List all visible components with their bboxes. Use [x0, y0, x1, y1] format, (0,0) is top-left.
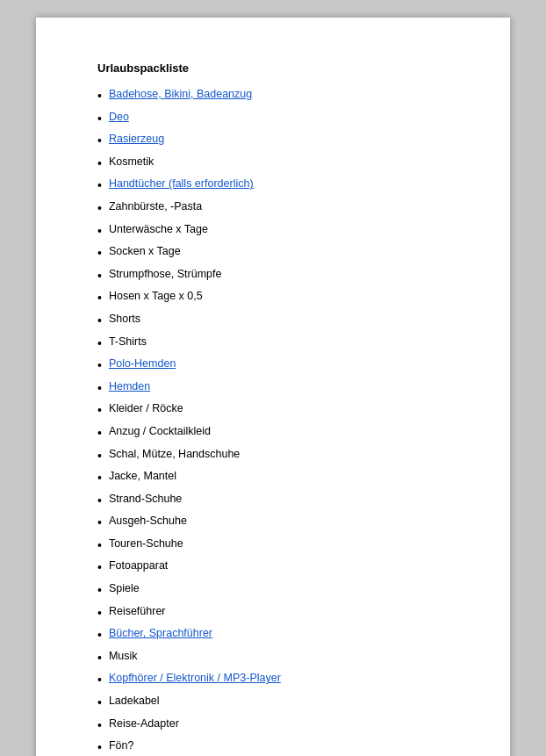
item-text: Reiseführer [109, 604, 166, 620]
bullet-icon: • [97, 493, 102, 510]
page-title: Urlaubspackliste [97, 61, 457, 75]
item-text: Hemden [109, 379, 150, 395]
list-item: •Hosen x Tage x 0,5 [97, 289, 457, 307]
bullet-icon: • [97, 133, 102, 150]
item-text: Ausgeh-Schuhe [109, 514, 187, 529]
bullet-icon: • [97, 357, 102, 375]
bullet-icon: • [97, 425, 102, 443]
list-item: •Anzug / Cocktailkleid [97, 424, 457, 443]
item-text: Zahnbürste, -Pasta [109, 199, 202, 215]
bullet-icon: • [97, 223, 102, 241]
item-text: Polo-Hemden [109, 356, 176, 372]
bullet-icon: • [97, 717, 102, 735]
item-text: Touren-Schuhe [109, 536, 183, 552]
bullet-icon: • [97, 155, 102, 173]
bullet-icon: • [97, 245, 102, 263]
bullet-icon: • [97, 402, 102, 420]
list-item: •Reiseführer [97, 604, 457, 623]
item-text: Hosen x Tage x 0,5 [109, 289, 203, 305]
list-item: •Kopfhörer / Elektronik / MP3-Player [97, 671, 457, 689]
bullet-icon: • [97, 515, 102, 532]
item-text: Reise-Adapter [109, 716, 179, 732]
item-text: Handtücher (falls erforderlich) [109, 176, 254, 192]
packing-list: •Badehose, Bikini, Badeanzug•Deo•Rasierz… [97, 87, 457, 756]
bullet-icon: • [97, 290, 102, 307]
list-item: •Hemden [97, 379, 457, 398]
bullet-icon: • [97, 380, 102, 398]
list-item: •T-Shirts [97, 335, 457, 353]
item-text: Schal, Mütze, Handschuhe [109, 447, 240, 463]
item-text: Socken x Tage [109, 244, 181, 260]
list-item: •Unterwäsche x Tage [97, 222, 457, 241]
item-text: Rasierzeug [109, 132, 164, 148]
list-item: •Reise-Adapter [97, 716, 457, 735]
list-item: •Strand-Schuhe [97, 492, 457, 510]
item-text: T-Shirts [109, 335, 147, 350]
list-item: •Kleider / Röcke [97, 401, 457, 420]
list-item: •Ladekabel [97, 694, 457, 712]
list-item: •Handtücher (falls erforderlich) [97, 176, 457, 195]
list-item: •Zahnbürste, -Pasta [97, 199, 457, 218]
bullet-icon: • [97, 88, 102, 105]
item-text: Unterwäsche x Tage [109, 222, 208, 238]
list-item: •Spiele [97, 581, 457, 600]
list-item: •Musik [97, 649, 457, 667]
bullet-icon: • [97, 695, 102, 712]
item-text: Bücher, Sprachführer [109, 626, 212, 642]
bullet-icon: • [97, 559, 102, 577]
list-item: •Strumpfhose, Strümpfe [97, 267, 457, 285]
item-text: Deo [109, 110, 129, 126]
list-item: •Deo [97, 110, 457, 128]
document-page: Urlaubspackliste •Badehose, Bikini, Bade… [36, 18, 510, 756]
bullet-icon: • [97, 111, 102, 128]
item-text: Anzug / Cocktailkleid [109, 424, 211, 440]
item-text: Jacke, Mantel [109, 469, 176, 485]
bullet-icon: • [97, 470, 102, 487]
bullet-icon: • [97, 627, 102, 644]
bullet-icon: • [97, 313, 102, 330]
list-item: •Touren-Schuhe [97, 536, 457, 555]
list-item: •Kosmetik [97, 155, 457, 173]
item-text: Kopfhörer / Elektronik / MP3-Player [109, 671, 281, 687]
bullet-icon: • [97, 739, 102, 756]
list-item: •Ausgeh-Schuhe [97, 514, 457, 532]
item-text: Spiele [109, 581, 140, 597]
list-item: •Socken x Tage [97, 244, 457, 263]
bullet-icon: • [97, 268, 102, 285]
bullet-icon: • [97, 537, 102, 555]
bullet-icon: • [97, 448, 102, 465]
list-item: •Fön? [97, 738, 457, 756]
item-text: Ladekabel [109, 694, 160, 709]
list-item: •Schal, Mütze, Handschuhe [97, 447, 457, 465]
item-text: Fotoapparat [109, 558, 168, 574]
item-text: Musik [109, 649, 138, 665]
bullet-icon: • [97, 605, 102, 623]
item-text: Strand-Schuhe [109, 492, 182, 508]
bullet-icon: • [97, 335, 102, 353]
bullet-icon: • [97, 177, 102, 195]
item-text: Fön? [109, 738, 134, 754]
bullet-icon: • [97, 650, 102, 667]
list-item: •Rasierzeug [97, 132, 457, 150]
item-text: Kleider / Röcke [109, 401, 183, 417]
bullet-icon: • [97, 672, 102, 689]
item-text: Shorts [109, 312, 140, 328]
list-item: •Jacke, Mantel [97, 469, 457, 487]
bullet-icon: • [97, 200, 102, 218]
item-text: Strumpfhose, Strümpfe [109, 267, 222, 283]
list-item: •Bücher, Sprachführer [97, 626, 457, 644]
bullet-icon: • [97, 582, 102, 600]
list-item: •Fotoapparat [97, 558, 457, 577]
item-text: Badehose, Bikini, Badeanzug [109, 87, 252, 103]
list-item: •Badehose, Bikini, Badeanzug [97, 87, 457, 105]
list-item: •Shorts [97, 312, 457, 330]
list-item: •Polo-Hemden [97, 356, 457, 375]
item-text: Kosmetik [109, 155, 154, 170]
